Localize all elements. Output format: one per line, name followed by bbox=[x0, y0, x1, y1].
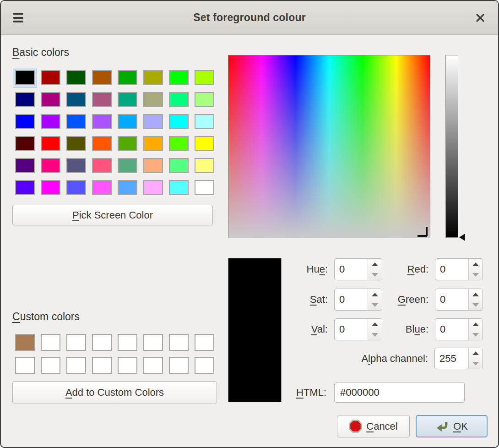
basic-color-swatch[interactable] bbox=[143, 158, 163, 173]
basic-color-swatch[interactable] bbox=[15, 70, 35, 85]
basic-color-swatch[interactable] bbox=[15, 158, 35, 173]
basic-color-swatch[interactable] bbox=[41, 136, 60, 151]
close-icon[interactable] bbox=[473, 11, 487, 25]
basic-color-swatch[interactable] bbox=[41, 114, 60, 129]
basic-color-swatch[interactable] bbox=[195, 136, 214, 151]
basic-color-swatch[interactable] bbox=[143, 70, 163, 85]
ok-button[interactable]: OK bbox=[416, 415, 488, 437]
basic-color-swatch[interactable] bbox=[195, 114, 214, 129]
blue-step-up[interactable] bbox=[469, 319, 483, 329]
hue-step-up[interactable] bbox=[368, 259, 382, 269]
basic-color-swatch[interactable] bbox=[92, 136, 112, 151]
basic-color-swatch[interactable] bbox=[92, 158, 112, 173]
basic-color-swatch[interactable] bbox=[66, 92, 86, 107]
basic-color-swatch[interactable] bbox=[169, 70, 189, 85]
sat-input[interactable] bbox=[335, 289, 368, 310]
blue-step-down[interactable] bbox=[469, 329, 483, 340]
basic-color-swatch[interactable] bbox=[169, 136, 189, 151]
hue-saturation-area[interactable] bbox=[228, 55, 430, 238]
value-slider-handle[interactable] bbox=[459, 234, 465, 241]
hue-step-down[interactable] bbox=[368, 269, 382, 280]
basic-color-swatch[interactable] bbox=[92, 70, 112, 85]
custom-color-swatch[interactable] bbox=[195, 357, 214, 374]
custom-color-swatch[interactable] bbox=[118, 334, 137, 351]
basic-color-swatch[interactable] bbox=[118, 70, 137, 85]
basic-color-swatch[interactable] bbox=[66, 158, 86, 173]
basic-color-swatch[interactable] bbox=[66, 180, 86, 195]
basic-color-swatch[interactable] bbox=[118, 136, 137, 151]
basic-color-swatch[interactable] bbox=[92, 180, 112, 195]
custom-color-swatch[interactable] bbox=[41, 357, 60, 374]
custom-color-swatch[interactable] bbox=[143, 334, 163, 351]
html-input[interactable] bbox=[335, 387, 464, 399]
basic-color-swatch[interactable] bbox=[169, 114, 189, 129]
green-spinbox[interactable] bbox=[435, 289, 483, 311]
custom-color-swatch[interactable] bbox=[118, 357, 137, 374]
green-step-down[interactable] bbox=[469, 300, 483, 310]
custom-color-swatch[interactable] bbox=[92, 357, 112, 374]
basic-color-swatch[interactable] bbox=[41, 180, 60, 195]
custom-color-swatch[interactable] bbox=[66, 357, 86, 374]
basic-color-swatch[interactable] bbox=[118, 158, 137, 173]
sat-spinbox[interactable] bbox=[334, 289, 382, 311]
basic-color-swatch[interactable] bbox=[143, 92, 163, 107]
val-input[interactable] bbox=[335, 319, 368, 340]
basic-color-swatch[interactable] bbox=[143, 136, 163, 151]
basic-color-swatch[interactable] bbox=[15, 92, 35, 107]
val-step-down[interactable] bbox=[368, 329, 382, 340]
basic-color-swatch[interactable] bbox=[195, 70, 214, 85]
custom-color-swatch[interactable] bbox=[143, 357, 163, 374]
basic-color-swatch[interactable] bbox=[143, 114, 163, 129]
basic-color-swatch[interactable] bbox=[41, 158, 60, 173]
basic-color-swatch[interactable] bbox=[143, 180, 163, 195]
val-step-up[interactable] bbox=[368, 319, 382, 329]
red-step-down[interactable] bbox=[469, 269, 483, 280]
custom-color-swatch[interactable] bbox=[15, 357, 35, 374]
html-field[interactable] bbox=[334, 382, 465, 403]
pick-screen-color-button[interactable]: Pick Screen Color bbox=[12, 205, 213, 225]
basic-color-swatch[interactable] bbox=[169, 180, 189, 195]
add-to-custom-colors-button[interactable]: Add to Custom Colors bbox=[12, 381, 217, 404]
basic-color-swatch[interactable] bbox=[195, 92, 214, 107]
basic-color-swatch[interactable] bbox=[118, 180, 137, 195]
cancel-button[interactable]: Cancel bbox=[337, 415, 410, 437]
red-spinbox[interactable] bbox=[435, 258, 483, 280]
basic-color-swatch[interactable] bbox=[118, 92, 137, 107]
alpha-step-down[interactable] bbox=[469, 359, 483, 369]
custom-color-swatch[interactable] bbox=[66, 334, 86, 351]
blue-input[interactable] bbox=[435, 319, 468, 340]
basic-color-swatch[interactable] bbox=[195, 180, 214, 195]
hue-input[interactable] bbox=[335, 259, 368, 280]
basic-color-swatch[interactable] bbox=[66, 136, 86, 151]
hue-spinbox[interactable] bbox=[334, 258, 382, 280]
alpha-input[interactable] bbox=[435, 348, 468, 369]
value-slider[interactable] bbox=[445, 55, 458, 238]
sat-step-down[interactable] bbox=[368, 300, 382, 310]
red-input[interactable] bbox=[435, 259, 468, 280]
alpha-spinbox[interactable] bbox=[434, 348, 483, 369]
blue-spinbox[interactable] bbox=[435, 318, 483, 340]
custom-color-swatch[interactable] bbox=[15, 334, 35, 351]
basic-color-swatch[interactable] bbox=[15, 180, 35, 195]
red-step-up[interactable] bbox=[469, 259, 483, 269]
basic-color-swatch[interactable] bbox=[41, 70, 60, 85]
basic-color-swatch[interactable] bbox=[169, 158, 189, 173]
sat-step-up[interactable] bbox=[368, 289, 382, 300]
basic-color-swatch[interactable] bbox=[118, 114, 137, 129]
custom-color-swatch[interactable] bbox=[169, 334, 189, 351]
basic-color-swatch[interactable] bbox=[41, 92, 60, 107]
custom-color-swatch[interactable] bbox=[195, 334, 214, 351]
basic-color-swatch[interactable] bbox=[15, 114, 35, 129]
basic-color-swatch[interactable] bbox=[66, 70, 86, 85]
custom-color-swatch[interactable] bbox=[92, 334, 112, 351]
basic-color-swatch[interactable] bbox=[66, 114, 86, 129]
basic-color-swatch[interactable] bbox=[15, 136, 35, 151]
basic-color-swatch[interactable] bbox=[92, 92, 112, 107]
green-input[interactable] bbox=[435, 289, 468, 310]
custom-color-swatch[interactable] bbox=[41, 334, 60, 351]
basic-color-swatch[interactable] bbox=[92, 114, 112, 129]
basic-color-swatch[interactable] bbox=[169, 92, 189, 107]
basic-color-swatch[interactable] bbox=[195, 158, 214, 173]
alpha-step-up[interactable] bbox=[469, 348, 483, 359]
val-spinbox[interactable] bbox=[334, 318, 382, 340]
